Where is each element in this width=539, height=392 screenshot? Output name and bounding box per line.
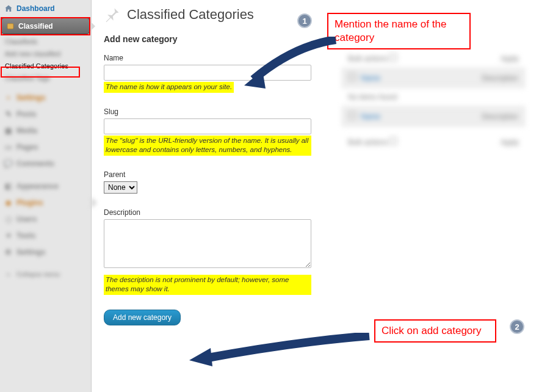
sidebar-sub-addnew[interactable]: Add new classified [0,48,91,60]
sidebar-item-pages[interactable]: ▭ Pages [0,139,91,155]
sidebar-label: Media [16,126,37,135]
sidebar-item-settings[interactable]: • Settings [0,89,91,106]
field-parent: Parent None [104,170,311,194]
annotation-callout-1: Mention the name of the category [327,13,471,49]
sidebar-item-media[interactable]: ▦ Media [0,122,91,139]
sidebar-sub-tags[interactable]: Classified Tags [0,72,91,84]
users-icon: ◌ [4,214,13,223]
pin-small-icon: ✎ [4,109,13,118]
plugin-icon: ◆ [4,198,13,207]
annotation-badge-2: 2 [510,319,524,334]
sidebar: Dashboard Classified Classifieds Add new… [0,0,92,392]
slug-input[interactable] [104,118,311,134]
sidebar-sub-classifieds[interactable]: Classifieds [0,35,91,48]
add-category-form: Name The name is how it appears on your … [104,54,311,325]
category-list-blurred: Bulk actions Apply NameDescription No it… [342,49,525,151]
media-icon: ▦ [4,126,13,135]
sidebar-item-comments[interactable]: 💬 Comments [0,155,91,172]
description-textarea[interactable] [104,219,311,268]
sidebar-label: Settings [16,248,45,256]
appearance-icon: ◧ [4,181,13,191]
sidebar-item-tools[interactable]: ✦ Tools [0,227,91,244]
field-description: Description The description is not promi… [104,208,311,295]
sidebar-item-dashboard[interactable]: Dashboard [0,0,91,16]
field-slug: Slug The "slug" is the URL-friendly vers… [104,107,311,156]
comment-icon: 💬 [4,159,13,168]
sidebar-item-classified[interactable]: Classified [1,18,90,34]
add-category-button[interactable]: Add new category [104,310,181,325]
field-name: Name The name is how it appears on your … [104,54,311,93]
sidebar-label: Posts [16,110,37,118]
svg-rect-0 [7,23,13,28]
sidebar-item-posts[interactable]: ✎ Posts [0,106,91,122]
gear-icon: ⚙ [4,247,13,256]
description-label: Description [104,208,311,217]
name-input[interactable] [104,65,311,81]
annotation-badge-1: 1 [297,13,312,28]
home-icon [4,4,13,13]
sidebar-label: Pages [16,143,38,151]
sidebar-label: Tools [16,231,35,240]
page-icon: ▭ [4,142,13,151]
sidebar-sub-categories[interactable]: Classified Categories [0,60,91,72]
pin-icon [104,6,121,23]
sidebar-label: Settings [16,93,45,102]
description-hint: The description is not prominent by defa… [104,275,311,295]
name-hint: The name is how it appears on your site. [104,82,234,93]
slug-hint: The "slug" is the URL-friendly version o… [104,136,311,156]
sidebar-item-settings2[interactable]: ⚙ Settings [0,244,91,260]
classified-icon [5,21,15,31]
sidebar-item-plugins[interactable]: ◆ Plugins [0,194,91,211]
sidebar-item-users[interactable]: ◌ Users [0,211,91,227]
sidebar-label: Appearance [16,182,59,191]
page-title-text: Classified Categories [127,7,254,23]
name-label: Name [104,54,311,62]
sidebar-label: Dashboard [16,4,55,13]
sidebar-label: Collapse menu [16,271,60,278]
sidebar-collapse[interactable]: « Collapse menu [0,266,91,283]
annotation-callout-2: Click on add category [374,319,496,343]
tools-icon: ✦ [4,231,13,240]
slug-label: Slug [104,107,311,116]
sidebar-label: Classified [18,22,53,31]
collapse-icon: « [4,270,13,279]
parent-select[interactable]: None [104,181,137,194]
gear-icon: • [4,93,13,102]
sidebar-label: Comments [16,159,54,168]
sidebar-label: Plugins [16,198,43,207]
sidebar-label: Users [16,215,37,223]
sidebar-item-appearance[interactable]: ◧ Appearance [0,178,91,194]
parent-label: Parent [104,170,311,179]
